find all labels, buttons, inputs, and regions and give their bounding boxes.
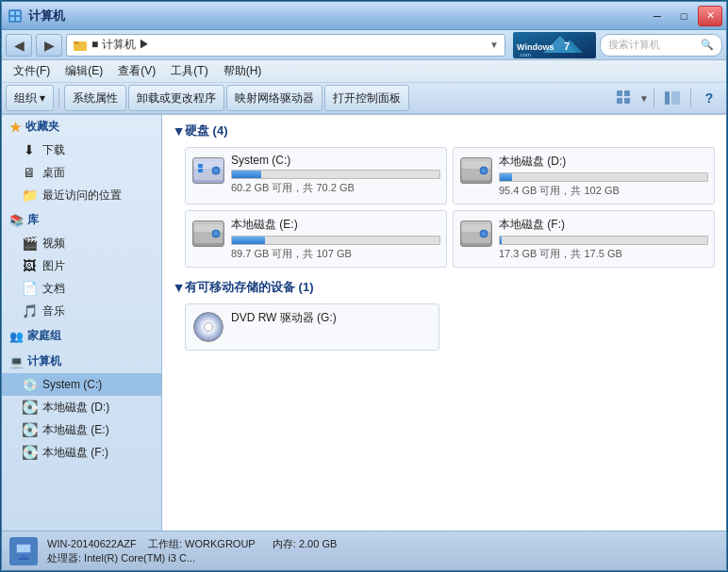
drive-c-size: 60.2 GB 可用，共 70.2 GB [231, 181, 440, 195]
computer-label: 计算机 [27, 353, 61, 369]
sidebar-item-d-drive[interactable]: 💽 本地磁盘 (D:) [2, 396, 161, 418]
address-text: ■ 计算机 ▶ [91, 37, 150, 53]
sidebar-item-video[interactable]: 🎬 视频 [2, 232, 161, 254]
e-drive-icon: 💽 [21, 421, 38, 438]
minimize-button[interactable]: ─ [645, 6, 670, 26]
video-label: 视频 [42, 236, 65, 252]
drive-c-icon [191, 154, 225, 188]
pane-toggle-button[interactable] [659, 85, 686, 111]
system-props-button[interactable]: 系统属性 [64, 85, 126, 111]
sidebar-library-header[interactable]: 📚 库 [2, 208, 161, 232]
menu-tools[interactable]: 工具(T) [163, 61, 215, 81]
svg-rect-16 [624, 98, 630, 104]
svg-rect-26 [462, 161, 490, 169]
svg-point-28 [483, 170, 486, 172]
sidebar-item-e-drive[interactable]: 💽 本地磁盘 (E:) [2, 418, 161, 441]
hard-disks-label: 硬盘 (4) [185, 123, 228, 139]
svg-rect-39 [21, 555, 26, 558]
drive-g[interactable]: DVD RW 驱动器 (G:) [185, 303, 439, 351]
f-drive-label: 本地磁盘 (F:) [42, 445, 108, 461]
drive-f-size: 17.3 GB 可用，共 17.5 GB [499, 247, 708, 261]
sidebar-item-recent[interactable]: 📁 最近访问的位置 [2, 184, 161, 206]
drives-grid: System (C:) 60.2 GB 可用，共 70.2 GB [174, 147, 715, 268]
drive-e[interactable]: 本地磁盘 (E:) 89.7 GB 可用，共 107 GB [185, 210, 447, 268]
menu-edit[interactable]: 编辑(E) [58, 61, 110, 81]
removable-header[interactable]: 有可移动存储的设备 (1) [174, 279, 715, 296]
map-drive-button[interactable]: 映射网络驱动器 [226, 85, 323, 111]
uninstall-button[interactable]: 卸载或更改程序 [128, 85, 224, 111]
sidebar-computer-header[interactable]: 💻 计算机 [2, 350, 161, 373]
view-options-button[interactable] [611, 85, 637, 111]
e-drive-label: 本地磁盘 (E:) [42, 422, 109, 438]
sidebar-favorites-header[interactable]: ★ 收藏夹 [2, 115, 161, 139]
library-label: 库 [27, 212, 39, 228]
hard-disks-header[interactable]: 硬盘 (4) [174, 123, 715, 139]
removable-label: 有可移动存储的设备 (1) [185, 279, 314, 296]
help-button[interactable]: ? [696, 85, 722, 111]
pc-icon [9, 537, 38, 565]
pane-icon [664, 90, 681, 106]
removable-drives: DVD RW 驱动器 (G:) [174, 303, 715, 351]
workgroup-label: 工作组: WORKGROUP [148, 538, 255, 549]
menu-view[interactable]: 查看(V) [110, 61, 163, 81]
svg-point-31 [212, 230, 220, 237]
forward-button[interactable]: ▶ [36, 34, 62, 57]
drive-d[interactable]: 本地磁盘 (D:) 95.4 GB 可用，共 102 GB [453, 147, 715, 204]
svg-rect-34 [462, 224, 490, 232]
svg-text:7: 7 [564, 41, 570, 52]
sidebar-homegroup-header[interactable]: 👥 家庭组 [2, 324, 161, 348]
search-box[interactable]: 搜索计算机 🔍 [600, 34, 722, 57]
drive-e-name: 本地磁盘 (E:) [231, 217, 440, 233]
sidebar-item-f-drive[interactable]: 💽 本地磁盘 (F:) [2, 441, 161, 464]
sidebar-item-downloads[interactable]: ⬇ 下载 [2, 139, 161, 161]
music-icon: 🎵 [21, 302, 38, 319]
close-button[interactable]: ✕ [698, 6, 722, 26]
sidebar-item-c-drive[interactable]: 💿 System (C:) [2, 373, 161, 396]
desktop-label: 桌面 [42, 165, 65, 181]
svg-text:Windows: Windows [517, 42, 554, 52]
drive-f[interactable]: 本地磁盘 (F:) 17.3 GB 可用，共 17.5 GB [453, 210, 715, 268]
menu-file[interactable]: 文件(F) [6, 61, 58, 81]
svg-rect-15 [617, 98, 622, 104]
star-icon: ★ [9, 120, 22, 135]
desktop-icon: 🖥 [21, 164, 38, 181]
address-box[interactable]: ■ 计算机 ▶ ▼ [66, 34, 505, 57]
sidebar-item-documents[interactable]: 📄 文档 [2, 277, 161, 300]
pictures-icon: 🖼 [21, 257, 38, 274]
back-button[interactable]: ◀ [6, 34, 32, 57]
drive-e-info: 本地磁盘 (E:) 89.7 GB 可用，共 107 GB [231, 217, 440, 261]
address-dropdown-arrow[interactable]: ▼ [489, 40, 499, 50]
svg-rect-13 [617, 90, 622, 96]
d-drive-icon: 💽 [21, 399, 38, 416]
computer-name: WIN-20140622AZF [47, 538, 137, 549]
svg-rect-38 [17, 545, 30, 552]
svg-point-27 [480, 167, 488, 174]
sidebar-item-desktop[interactable]: 🖥 桌面 [2, 161, 161, 184]
svg-rect-14 [624, 90, 630, 96]
dvd-disc-icon [193, 312, 223, 342]
menu-help[interactable]: 帮助(H) [216, 61, 270, 81]
control-panel-button[interactable]: 打开控制面板 [324, 85, 409, 111]
statusbar-line1: WIN-20140622AZF 工作组: WORKGROUP 内存: 2.00 … [47, 537, 719, 551]
svg-rect-30 [194, 224, 223, 232]
status-bar: WIN-20140622AZF 工作组: WORKGROUP 内存: 2.00 … [2, 531, 726, 570]
drive-g-info: DVD RW 驱动器 (G:) [231, 310, 433, 329]
processor-label: 处理器: Intel(R) Core(TM) i3 C... [47, 552, 195, 564]
drive-d-info: 本地磁盘 (D:) 95.4 GB 可用，共 102 GB [499, 154, 708, 198]
svg-point-22 [215, 170, 218, 172]
statusbar-info: WIN-20140622AZF 工作组: WORKGROUP 内存: 2.00 … [47, 537, 719, 565]
documents-label: 文档 [42, 281, 65, 297]
organize-button[interactable]: 组织 ▾ [6, 85, 54, 111]
d-drive-label: 本地磁盘 (D:) [42, 400, 109, 416]
drive-f-bar-wrap [499, 236, 708, 245]
sidebar-item-pictures[interactable]: 🖼 图片 [2, 254, 161, 277]
main-window: 计算机 ─ □ ✕ ◀ ▶ ■ 计算机 ▶ ▼ [1, 1, 727, 571]
drive-d-size: 95.4 GB 可用，共 102 GB [499, 184, 708, 198]
svg-rect-6 [74, 41, 79, 44]
maximize-button[interactable]: □ [671, 6, 696, 26]
search-icon: 🔍 [701, 39, 714, 51]
view-dropdown-arrow[interactable]: ▼ [639, 93, 649, 104]
sidebar-item-music[interactable]: 🎵 音乐 [2, 300, 161, 322]
drive-e-icon [191, 217, 225, 251]
drive-c[interactable]: System (C:) 60.2 GB 可用，共 70.2 GB [185, 147, 447, 204]
